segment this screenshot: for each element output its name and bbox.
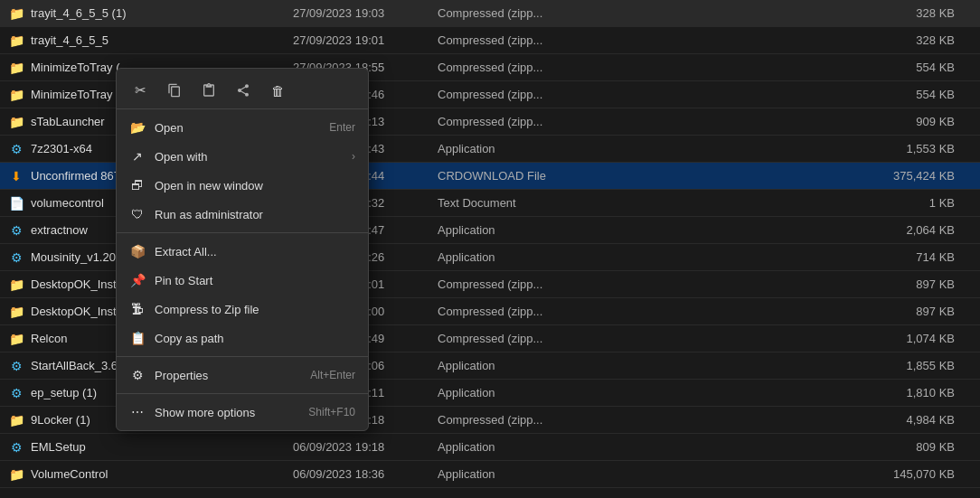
context-toolbar: ✂ 🗑 xyxy=(117,72,368,109)
file-row[interactable]: trayit_4_6_5_5 27/09/2023 19:01 Compress… xyxy=(0,27,980,54)
run-as-admin-label: Run as administrator xyxy=(155,208,355,221)
file-size: 554 KB xyxy=(573,61,973,74)
file-type: Compressed (zipp... xyxy=(429,332,573,345)
pin-to-start-icon: 📌 xyxy=(129,272,146,288)
file-size: 328 KB xyxy=(573,6,973,20)
open-with-arrow: › xyxy=(352,150,355,163)
file-type: Application xyxy=(429,467,573,481)
context-separator xyxy=(117,393,368,394)
file-type: Compressed (zipp... xyxy=(429,33,573,47)
open-icon: 📂 xyxy=(129,119,146,136)
file-type: CRDOWNLOAD File xyxy=(429,169,573,183)
file-type: Application xyxy=(429,142,573,155)
file-row[interactable]: VolumeControl 06/09/2023 18:36 Applicati… xyxy=(0,461,980,488)
delete-button[interactable]: 🗑 xyxy=(265,78,290,103)
file-size: 897 KB xyxy=(573,305,973,318)
context-item-open[interactable]: 📂 Open Enter xyxy=(117,113,368,142)
file-type: Application xyxy=(429,386,573,399)
file-size: 897 KB xyxy=(573,277,973,291)
file-name: trayit_4_6_5_5 (1) xyxy=(31,6,284,20)
file-type: Compressed (zipp... xyxy=(429,305,573,318)
file-icon xyxy=(7,86,25,104)
file-date: 06/09/2023 19:18 xyxy=(284,440,429,454)
file-type: Compressed (zipp... xyxy=(429,277,573,291)
open-label: Open xyxy=(155,121,320,135)
file-size: 328 KB xyxy=(573,33,973,47)
copy-path-label: Copy as path xyxy=(155,332,355,345)
file-icon xyxy=(7,140,25,158)
file-icon xyxy=(7,438,25,456)
file-date: 27/09/2023 19:01 xyxy=(284,33,429,47)
file-size: 1,074 KB xyxy=(573,332,973,345)
context-item-compress-zip[interactable]: 🗜 Compress to Zip file xyxy=(117,295,368,324)
file-icon xyxy=(7,59,25,77)
file-type: Application xyxy=(429,250,573,264)
file-type: Application xyxy=(429,223,573,237)
compress-zip-icon: 🗜 xyxy=(129,301,146,317)
copy-button[interactable] xyxy=(162,78,187,103)
context-menu: ✂ 🗑 📂 Open Enter ↗ Open with › xyxy=(116,68,369,431)
open-with-icon: ↗ xyxy=(129,148,146,164)
file-row[interactable]: trayit_4_6_5_5 (1) 27/09/2023 19:03 Comp… xyxy=(0,0,980,27)
paste-shortcut-button[interactable] xyxy=(196,78,221,103)
cut-button[interactable]: ✂ xyxy=(127,78,153,103)
properties-icon: ⚙ xyxy=(129,367,146,383)
file-type: Text Document xyxy=(429,196,573,210)
file-size: 145,070 KB xyxy=(573,467,973,481)
context-item-open-with[interactable]: ↗ Open with › xyxy=(117,142,368,171)
context-item-run-as-admin[interactable]: 🛡 Run as administrator xyxy=(117,200,368,229)
file-icon xyxy=(7,465,25,484)
file-name: trayit_4_6_5_5 xyxy=(31,33,284,47)
file-icon xyxy=(7,32,25,50)
context-item-properties[interactable]: ⚙ Properties Alt+Enter xyxy=(117,361,368,390)
context-item-show-more[interactable]: ⋯ Show more options Shift+F10 xyxy=(117,398,368,427)
file-date: 06/09/2023 18:36 xyxy=(284,467,429,481)
file-icon xyxy=(7,167,25,185)
pin-to-start-label: Pin to Start xyxy=(155,274,355,287)
file-type: Compressed (zipp... xyxy=(429,88,573,101)
file-type: Compressed (zipp... xyxy=(429,413,573,427)
file-size: 2,064 KB xyxy=(573,223,973,237)
file-size: 4,984 KB xyxy=(573,413,973,427)
file-icon xyxy=(7,113,25,131)
file-icon xyxy=(7,330,25,348)
file-size: 714 KB xyxy=(573,250,973,264)
file-icon xyxy=(7,5,25,23)
context-item-pin-to-start[interactable]: 📌 Pin to Start xyxy=(117,266,368,295)
context-separator xyxy=(117,232,368,233)
context-item-copy-path[interactable]: 📋 Copy as path xyxy=(117,324,368,352)
extract-all-icon: 📦 xyxy=(129,243,146,259)
file-icon xyxy=(7,276,25,294)
context-item-open-new-window[interactable]: 🗗 Open in new window xyxy=(117,171,368,200)
file-type: Compressed (zipp... xyxy=(429,115,573,128)
file-icon xyxy=(7,384,25,402)
properties-shortcut: Alt+Enter xyxy=(310,369,355,381)
file-icon xyxy=(7,249,25,267)
properties-label: Properties xyxy=(155,369,301,382)
file-icon xyxy=(7,303,25,321)
open-new-window-icon: 🗗 xyxy=(129,177,146,193)
file-size: 909 KB xyxy=(573,115,973,128)
file-icon xyxy=(7,194,25,212)
file-size: 809 KB xyxy=(573,440,973,454)
compress-zip-label: Compress to Zip file xyxy=(155,303,355,316)
file-size: 1,553 KB xyxy=(573,142,973,155)
share-button[interactable] xyxy=(231,78,256,103)
file-size: 1,810 KB xyxy=(573,386,973,399)
run-as-admin-icon: 🛡 xyxy=(129,206,146,222)
file-row[interactable]: EMLSetup 06/09/2023 19:18 Application 80… xyxy=(0,434,980,461)
context-item-extract-all[interactable]: 📦 Extract All... xyxy=(117,237,368,266)
show-more-label: Show more options xyxy=(155,406,299,419)
file-size: 554 KB xyxy=(573,88,973,101)
file-size: 1 KB xyxy=(573,196,973,210)
file-type: Application xyxy=(429,440,573,454)
file-icon xyxy=(7,221,25,240)
file-name: VolumeControl xyxy=(31,467,284,481)
file-name: EMLSetup xyxy=(31,440,284,454)
file-size: 1,855 KB xyxy=(573,359,973,372)
file-icon xyxy=(7,357,25,375)
show-more-shortcut: Shift+F10 xyxy=(308,406,355,418)
file-type: Application xyxy=(429,359,573,372)
file-date: 27/09/2023 19:03 xyxy=(284,6,429,20)
show-more-icon: ⋯ xyxy=(129,404,146,420)
